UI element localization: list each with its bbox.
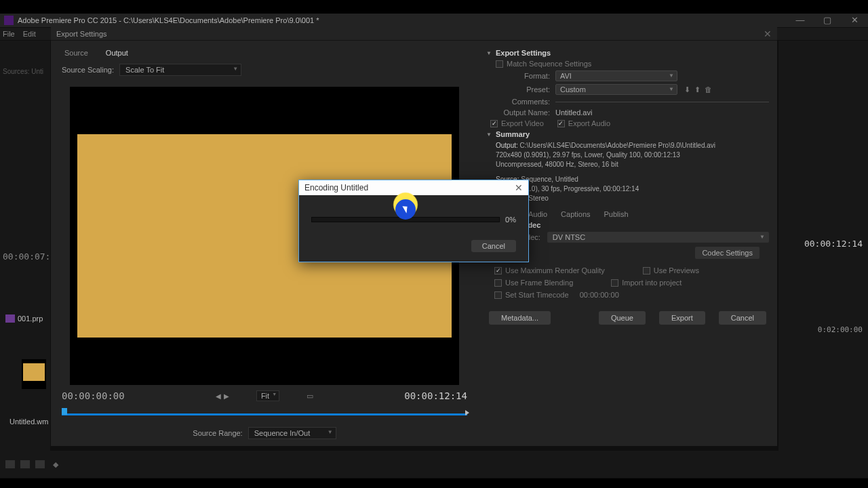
export-button[interactable]: Export xyxy=(659,311,705,325)
export-video-label: Export Video xyxy=(501,119,544,127)
export-dialog-title: Export Settings xyxy=(56,30,107,38)
range-timeline[interactable] xyxy=(62,408,467,420)
output-name-link[interactable]: Untitled.avi xyxy=(555,108,592,117)
output-name-label: Output Name: xyxy=(496,108,550,117)
comments-label: Comments: xyxy=(496,98,550,106)
scaling-label: Source Scaling: xyxy=(62,66,114,74)
save-preset-icon[interactable]: ⬇ xyxy=(684,85,690,94)
progress-percent: 0% xyxy=(505,216,516,224)
format-label: Format: xyxy=(496,72,550,80)
play-icon[interactable]: ▶ xyxy=(224,392,229,400)
export-audio-label: Export Audio xyxy=(568,119,610,127)
clip-thumbnail[interactable] xyxy=(22,359,46,389)
source-range-label: Source Range: xyxy=(193,429,242,437)
tool-icon[interactable] xyxy=(35,460,45,468)
export-settings-header[interactable]: Export Settings xyxy=(486,49,769,57)
close-icon[interactable]: ✕ xyxy=(515,182,523,193)
set-start-timecode-checkbox[interactable] xyxy=(494,291,502,299)
window-titlebar: Adobe Premiere Pro CC 2015 - C:\Users\KL… xyxy=(0,14,868,27)
export-video-checkbox[interactable] xyxy=(490,120,498,127)
format-dropdown[interactable]: AVI xyxy=(555,70,677,81)
maximize-button[interactable]: ▢ xyxy=(814,14,841,26)
app-icon xyxy=(4,16,14,25)
project-icon xyxy=(5,314,15,323)
import-into-project-checkbox[interactable] xyxy=(611,279,618,287)
queue-button[interactable]: Queue xyxy=(599,311,646,325)
encoding-dialog: Encoding Untitled ✕ 0% Cancel xyxy=(298,180,529,262)
minimize-button[interactable]: — xyxy=(787,14,814,26)
preset-dropdown[interactable]: Custom xyxy=(555,84,677,95)
subtab-captions[interactable]: Captions xyxy=(561,210,590,218)
match-sequence-label: Match Sequence Settings xyxy=(507,60,591,68)
encoding-title: Encoding Untitled xyxy=(304,183,368,192)
aspect-icon[interactable]: ▭ xyxy=(307,392,313,401)
codec-settings-button[interactable]: Codec Settings xyxy=(695,247,760,259)
in-timecode[interactable]: 00:00:00:00 xyxy=(62,390,125,401)
project-panel: Sources: Unti 00:00:07:1 xyxy=(0,41,50,474)
bottom-toolbar: ◆ xyxy=(0,451,868,478)
close-icon[interactable]: ✕ xyxy=(764,28,772,39)
program-timecode-right: 00:00:12:14 xyxy=(804,239,863,249)
tool-icon[interactable] xyxy=(5,460,15,468)
preset-label: Preset: xyxy=(496,85,550,94)
metadata-button[interactable]: Metadata... xyxy=(489,311,551,325)
comments-input[interactable] xyxy=(555,102,769,102)
progress-bar xyxy=(311,217,500,222)
use-previews-checkbox[interactable] xyxy=(643,267,650,274)
tab-output[interactable]: Output xyxy=(103,47,131,58)
out-point-icon[interactable] xyxy=(465,410,469,415)
window-title: Adobe Premiere Pro CC 2015 - C:\Users\KL… xyxy=(18,16,864,24)
match-sequence-checkbox[interactable] xyxy=(496,60,503,68)
source-range-dropdown[interactable]: Sequence In/Out xyxy=(248,427,336,439)
cancel-button[interactable]: Cancel xyxy=(719,311,766,325)
tool-icon[interactable] xyxy=(20,460,30,468)
delete-preset-icon[interactable]: 🗑 xyxy=(705,85,712,94)
use-max-quality-checkbox[interactable] xyxy=(494,267,502,274)
timeline-panel-edge: 00:00:12:14 0:02:00:00 xyxy=(778,41,868,474)
step-back-icon[interactable]: ◀ xyxy=(216,392,221,400)
import-preset-icon[interactable]: ⬆ xyxy=(694,85,701,94)
close-button[interactable]: ✕ xyxy=(841,14,868,26)
tab-source[interactable]: Source xyxy=(62,47,91,58)
menu-file[interactable]: File xyxy=(3,30,15,38)
menu-edit[interactable]: Edit xyxy=(23,30,36,38)
playhead-icon[interactable] xyxy=(62,408,67,415)
video-codec-dropdown[interactable]: DV NTSC xyxy=(547,232,769,243)
export-audio-checkbox[interactable] xyxy=(557,120,565,127)
summary-header[interactable]: Summary xyxy=(486,130,769,138)
project-file-label: 001.prp xyxy=(18,314,43,323)
timeline-timecode: 0:02:00:00 xyxy=(818,325,863,334)
clip-filename: Untitled.wm xyxy=(9,418,48,426)
subtab-audio[interactable]: Audio xyxy=(528,210,547,218)
use-frame-blending-checkbox[interactable] xyxy=(494,279,502,287)
subtab-publish[interactable]: Publish xyxy=(604,210,629,218)
encoding-cancel-button[interactable]: Cancel xyxy=(471,240,516,252)
zoom-dropdown[interactable]: Fit xyxy=(256,390,279,401)
scaling-dropdown[interactable]: Scale To Fit xyxy=(119,64,241,76)
program-timecode-left: 00:00:07:1 xyxy=(3,251,47,262)
project-file-row[interactable]: 001.prp xyxy=(5,314,43,323)
out-timecode[interactable]: 00:00:12:14 xyxy=(404,390,467,401)
